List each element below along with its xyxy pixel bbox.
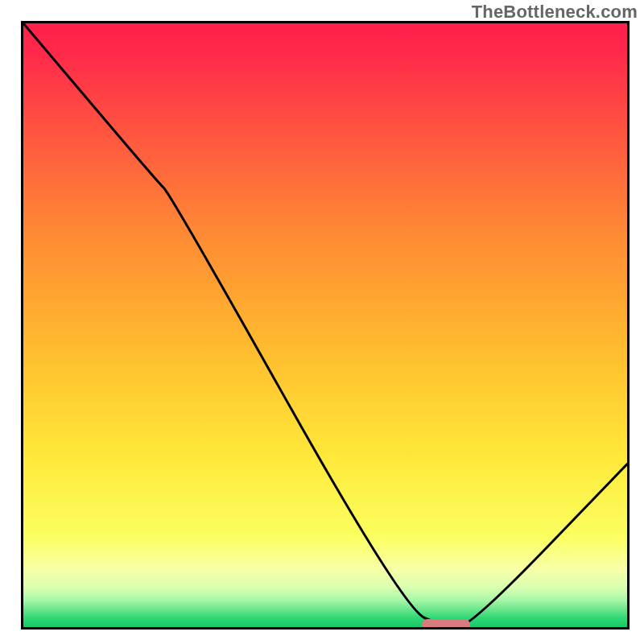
chart-stage: TheBottleneck.com — [0, 0, 644, 644]
optimum-marker — [422, 619, 470, 630]
plot-area — [21, 21, 630, 630]
bottleneck-curve — [23, 23, 627, 627]
watermark-text: TheBottleneck.com — [472, 2, 638, 23]
